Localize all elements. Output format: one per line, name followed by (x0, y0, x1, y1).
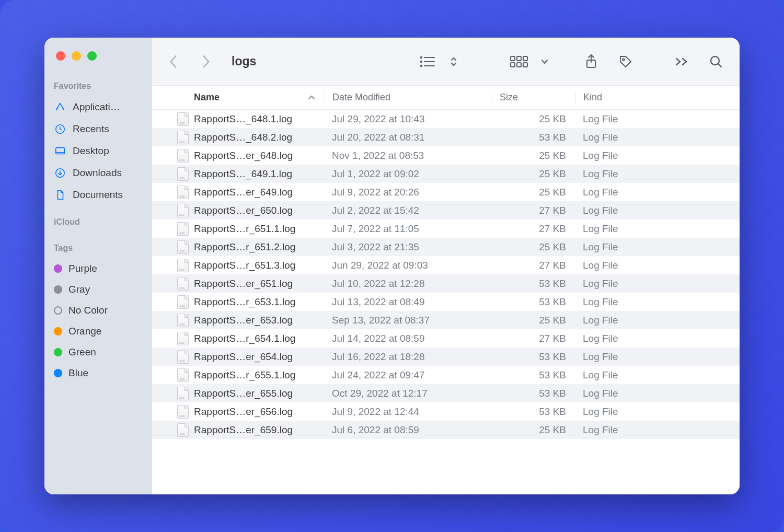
sidebar-item-desktop[interactable]: Desktop (44, 140, 152, 162)
table-row[interactable]: RapportS…r_651.2.logJul 3, 2022 at 21:35… (152, 238, 740, 256)
sidebar-tag-no-color[interactable]: No Color (44, 300, 152, 321)
view-mode-list-button[interactable] (416, 51, 443, 72)
file-name: RapportS…er_651.log (194, 278, 293, 290)
tag-dot-icon (54, 348, 62, 356)
table-row[interactable]: RapportS…_648.2.logJul 20, 2022 at 08:31… (152, 128, 740, 146)
table-row[interactable]: RapportS…er_655.logOct 29, 2022 at 12:17… (152, 384, 740, 402)
sidebar-item-downloads[interactable]: Downloads (44, 162, 152, 184)
file-date-cell: Jul 9, 2022 at 20:26 (325, 187, 492, 198)
tag-dot-icon (54, 369, 62, 377)
table-row[interactable]: RapportS…er_656.logJul 9, 2022 at 12:445… (152, 402, 740, 421)
svg-rect-1 (56, 148, 65, 154)
file-kind-cell: Log File (575, 113, 740, 125)
file-name-cell: RapportS…er_659.log (152, 423, 325, 437)
sidebar-tag-orange[interactable]: Orange (44, 321, 152, 342)
log-file-icon (177, 368, 189, 382)
file-name: RapportS…r_651.3.log (194, 260, 295, 271)
sidebar-tag-green[interactable]: Green (44, 342, 152, 363)
file-list[interactable]: RapportS…_648.1.logJul 29, 2022 at 10:43… (152, 110, 740, 494)
file-kind-cell: Log File (575, 205, 740, 216)
chevron-down-icon[interactable] (538, 55, 551, 68)
fullscreen-window-button[interactable] (87, 51, 97, 61)
table-row[interactable]: RapportS…er_659.logJul 6, 2022 at 08:592… (152, 421, 740, 439)
sidebar-item-applications[interactable]: Applicati… (44, 96, 152, 118)
file-kind-cell: Log File (575, 260, 740, 271)
file-date-cell: Jul 29, 2022 at 10:43 (325, 113, 492, 125)
sidebar-item-label: Desktop (73, 145, 109, 157)
file-name-cell: RapportS…r_654.1.log (152, 332, 325, 345)
log-file-icon (177, 405, 189, 419)
log-file-icon (177, 387, 189, 400)
file-name-cell: RapportS…er_653.log (152, 314, 325, 327)
file-name: RapportS…er_656.log (194, 406, 293, 418)
sidebar-tag-purple[interactable]: Purple (44, 258, 152, 279)
file-date-cell: Jul 24, 2022 at 09:47 (325, 369, 492, 381)
view-mode-dropdown-icon[interactable] (447, 52, 460, 71)
file-name: RapportS…er_650.log (194, 205, 293, 216)
file-name-cell: RapportS…_648.1.log (152, 112, 325, 126)
log-file-icon (177, 423, 189, 437)
table-row[interactable]: RapportS…er_651.logJul 10, 2022 at 12:28… (152, 274, 740, 293)
group-by-button[interactable] (506, 52, 533, 72)
table-row[interactable]: RapportS…er_648.logNov 1, 2022 at 08:532… (152, 146, 740, 165)
svg-point-5 (421, 61, 422, 62)
log-file-icon (177, 186, 189, 199)
tag-dot-icon (54, 285, 62, 294)
file-name: RapportS…r_651.1.log (194, 223, 295, 235)
share-button[interactable] (582, 51, 601, 73)
file-size-cell: 25 KB (492, 241, 575, 253)
file-size-cell: 25 KB (492, 315, 575, 326)
file-size-cell: 53 KB (492, 132, 575, 143)
desktop-icon (54, 145, 66, 157)
svg-point-7 (421, 65, 422, 66)
file-name: RapportS…er_654.log (194, 351, 293, 363)
file-kind-cell: Log File (575, 296, 740, 308)
table-row[interactable]: RapportS…er_649.logJul 9, 2022 at 20:262… (152, 183, 740, 201)
sidebar-tag-gray[interactable]: Gray (44, 279, 152, 300)
table-row[interactable]: RapportS…r_651.1.logJul 7, 2022 at 11:05… (152, 219, 740, 238)
svg-rect-11 (523, 56, 527, 61)
file-name-cell: RapportS…_648.2.log (152, 131, 325, 144)
file-name-cell: RapportS…er_651.log (152, 277, 325, 291)
file-name: RapportS…_648.1.log (194, 113, 292, 125)
file-size-cell: 27 KB (492, 223, 575, 235)
table-row[interactable]: RapportS…er_650.logJul 2, 2022 at 15:422… (152, 201, 740, 219)
back-button[interactable] (166, 52, 181, 72)
column-header-size[interactable]: Size (492, 92, 575, 103)
table-row[interactable]: RapportS…r_654.1.logJul 14, 2022 at 08:5… (152, 329, 740, 348)
sidebar-item-label: Blue (68, 367, 88, 379)
table-row[interactable]: RapportS…_649.1.logJul 1, 2022 at 09:022… (152, 165, 740, 183)
sidebar-item-documents[interactable]: Documents (44, 184, 152, 206)
column-header-kind[interactable]: Kind (575, 92, 740, 103)
table-row[interactable]: RapportS…r_653.1.logJul 13, 2022 at 08:4… (152, 293, 740, 311)
tags-button[interactable] (615, 51, 636, 72)
table-row[interactable]: RapportS…r_651.3.logJun 29, 2022 at 09:0… (152, 256, 740, 274)
sidebar-tag-blue[interactable]: Blue (44, 363, 152, 384)
file-name-cell: RapportS…er_655.log (152, 387, 325, 400)
minimize-window-button[interactable] (72, 51, 81, 61)
file-size-cell: 27 KB (492, 260, 575, 271)
file-name: RapportS…er_648.log (194, 150, 293, 161)
file-kind-cell: Log File (575, 223, 740, 235)
table-row[interactable]: RapportS…_648.1.logJul 29, 2022 at 10:43… (152, 110, 740, 128)
table-row[interactable]: RapportS…er_654.logJul 16, 2022 at 18:28… (152, 348, 740, 366)
folder-title: logs (232, 54, 256, 68)
table-row[interactable]: RapportS…er_653.logSep 13, 2022 at 08:37… (152, 311, 740, 329)
file-name-cell: RapportS…er_650.log (152, 204, 325, 217)
log-file-icon (177, 131, 189, 144)
file-name: RapportS…_648.2.log (194, 132, 292, 143)
file-kind-cell: Log File (575, 315, 740, 326)
forward-button[interactable] (198, 52, 214, 72)
log-file-icon (177, 112, 189, 126)
file-size-cell: 53 KB (492, 351, 575, 363)
svg-point-3 (421, 56, 422, 57)
column-header-date[interactable]: Date Modified (325, 92, 492, 103)
log-file-icon (177, 259, 189, 272)
sidebar-item-recents[interactable]: Recents (44, 118, 152, 140)
close-window-button[interactable] (56, 51, 65, 61)
sidebar-section-tags: Tags (44, 244, 152, 253)
table-row[interactable]: RapportS…r_655.1.logJul 24, 2022 at 09:4… (152, 366, 740, 384)
more-button[interactable] (672, 54, 691, 70)
column-header-name[interactable]: Name (152, 92, 325, 103)
search-button[interactable] (706, 52, 726, 72)
